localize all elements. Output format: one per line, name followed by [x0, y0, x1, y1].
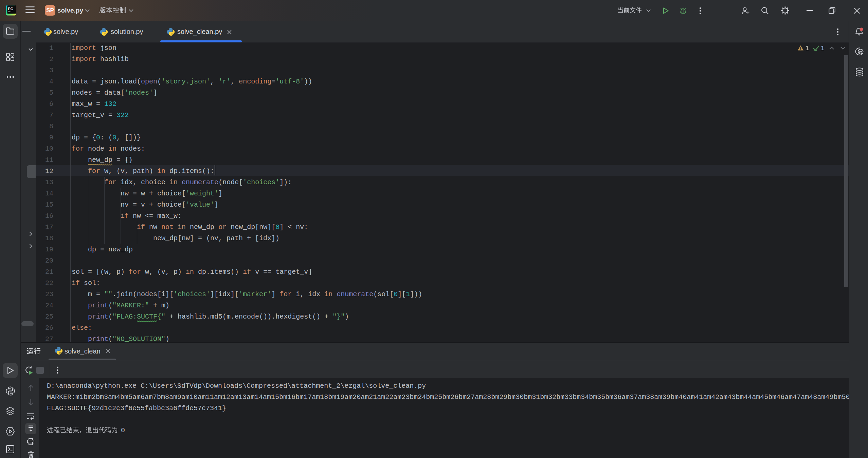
- svg-text:PC: PC: [8, 7, 13, 11]
